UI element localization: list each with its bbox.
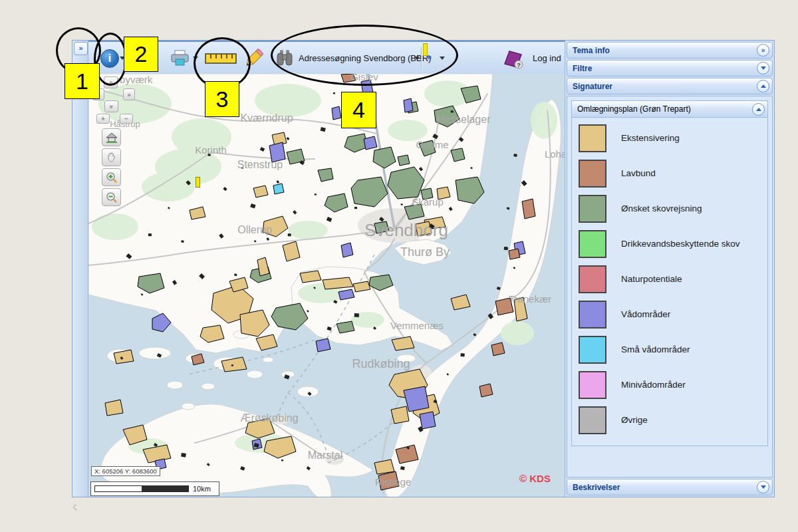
pan-up-button[interactable]: » bbox=[104, 76, 118, 88]
login-book-icon[interactable]: ? bbox=[503, 49, 527, 69]
legend-collapse-button[interactable] bbox=[752, 103, 765, 116]
toolbar-separator bbox=[421, 47, 422, 68]
map-small-polygon bbox=[181, 453, 186, 458]
map-theme-polygon bbox=[398, 155, 410, 166]
scale-bar: 10km bbox=[90, 481, 219, 496]
map-small-polygon bbox=[354, 313, 359, 317]
legend-list: EkstensiveringLavbundØnsket skovrejsning… bbox=[572, 118, 767, 446]
map-theme-polygon bbox=[364, 136, 377, 150]
map-place-label: Kværndrup bbox=[240, 112, 293, 124]
legend-swatch bbox=[579, 265, 606, 293]
home-extent-button[interactable] bbox=[102, 128, 121, 146]
legend-label: Lavbund bbox=[621, 168, 745, 180]
map-place-label: Vemmenæs bbox=[390, 320, 444, 331]
legend-label: Vådområder bbox=[621, 309, 745, 321]
address-search-caret-icon[interactable] bbox=[414, 57, 420, 60]
legend-item: Små vådområder bbox=[579, 336, 762, 364]
zoom-out-button[interactable] bbox=[102, 188, 121, 206]
address-search-dropdown[interactable]: Adressesøgning Svendborg (BBR) bbox=[299, 53, 416, 63]
chevron-up-icon bbox=[756, 108, 761, 111]
annotation-number-4: 4 bbox=[341, 92, 376, 128]
map-small-polygon bbox=[288, 233, 291, 237]
legend-item: Ønsket skovrejsning bbox=[579, 195, 762, 223]
chevron-double-right-icon: » bbox=[761, 47, 765, 54]
info-tool-button[interactable]: i bbox=[100, 49, 119, 68]
map-place-label: Skårup bbox=[412, 196, 444, 207]
legend-label: Øvrige bbox=[621, 415, 745, 426]
legend-item: Minivådområder bbox=[579, 371, 762, 399]
address-search-binoculars-icon[interactable] bbox=[275, 49, 295, 67]
legend-title: Omlægningsplan (Grøn Trepart) bbox=[577, 104, 691, 114]
legend-swatch bbox=[579, 406, 606, 434]
scale-track bbox=[94, 485, 189, 492]
login-button[interactable]: Log ind bbox=[533, 53, 561, 63]
legend-label: Minivådområder bbox=[621, 380, 745, 391]
map-small-polygon bbox=[231, 364, 233, 366]
page: » i bbox=[0, 0, 798, 532]
legend-swatch bbox=[579, 336, 606, 364]
map-theme-polygon bbox=[420, 412, 436, 429]
map-place-label: Ristinge bbox=[375, 476, 411, 487]
print-dropdown-caret-icon[interactable] bbox=[193, 57, 198, 60]
map-viewport[interactable]: BrobyværkHåstrupKværndrupKorinthStenstru… bbox=[88, 74, 565, 497]
panel-header-signaturer[interactable]: Signaturer bbox=[567, 78, 773, 94]
panel-header-tema-info[interactable]: Tema info » bbox=[567, 42, 773, 59]
map-small-polygon bbox=[315, 194, 317, 196]
draw-pencil-icon[interactable] bbox=[243, 47, 265, 70]
map-small-polygon bbox=[333, 92, 335, 94]
map-place-label: Thurø By bbox=[400, 245, 450, 259]
map-small-polygon bbox=[460, 353, 465, 357]
map-place-label: Gudme bbox=[416, 139, 448, 150]
legend-item: Øvrige bbox=[579, 406, 762, 434]
legend-item: Vådområder bbox=[579, 301, 762, 329]
map-place-label: Marstal bbox=[308, 450, 342, 461]
legend-panel-header[interactable]: Omlægningsplan (Grøn Trepart) bbox=[572, 101, 767, 118]
legend-item: Drikkevandsbeskyttende skov bbox=[579, 230, 762, 258]
left-collapsed-panel: » bbox=[72, 41, 88, 497]
tema-info-label: Tema info bbox=[573, 46, 610, 55]
tema-info-expand-button[interactable]: » bbox=[757, 44, 769, 57]
map-theme-polygon bbox=[273, 184, 284, 194]
map-place-label: Ollerup bbox=[237, 224, 272, 235]
zoom-step-in-button[interactable]: + bbox=[96, 114, 110, 124]
map-small-polygon bbox=[504, 247, 508, 250]
signaturer-label: Signaturer bbox=[573, 82, 612, 91]
map-highlight-mark bbox=[196, 177, 200, 188]
zoom-out-magnifier-icon bbox=[106, 192, 118, 203]
legend-item: Ekstensivering bbox=[579, 124, 762, 152]
legend-label: Naturpotentiale bbox=[621, 274, 745, 285]
print-icon[interactable] bbox=[170, 50, 190, 67]
map-place-label: Korinth bbox=[195, 144, 227, 156]
sidebar: Tema info » Filtre Signaturer bbox=[565, 41, 774, 497]
map-theme-polygon bbox=[509, 249, 520, 259]
pan-hand-button[interactable] bbox=[102, 148, 121, 166]
coordinate-readout: X: 605206 Y: 6083600 bbox=[91, 466, 160, 476]
beskrivelser-collapse-button[interactable] bbox=[757, 481, 769, 493]
measure-ruler-icon[interactable] bbox=[205, 53, 237, 65]
chevron-up-icon bbox=[761, 84, 766, 88]
signaturer-collapse-button[interactable] bbox=[757, 80, 769, 92]
svg-text:?: ? bbox=[517, 62, 521, 68]
zoom-step-out-button[interactable]: − bbox=[120, 114, 133, 124]
map-theme-polygon bbox=[332, 106, 341, 120]
filtre-collapse-button[interactable] bbox=[757, 62, 769, 74]
panel-header-filtre[interactable]: Filtre bbox=[567, 60, 773, 76]
pan-down-button[interactable]: » bbox=[104, 100, 118, 112]
map-application-window: » i bbox=[72, 40, 775, 497]
annotation-number-2: 2 bbox=[124, 37, 158, 72]
basemap: BrobyværkHåstrupKværndrupKorinthStenstru… bbox=[88, 74, 565, 497]
more-tools-button[interactable]: » bbox=[427, 52, 432, 62]
legend-label: Ekstensivering bbox=[621, 133, 745, 144]
map-theme-polygon bbox=[404, 98, 413, 112]
map-place-label: Hesselager bbox=[437, 114, 491, 125]
signaturer-content: Omlægningsplan (Grøn Trepart) Ekstensive… bbox=[567, 96, 773, 477]
chevron-down-icon bbox=[761, 66, 766, 70]
legend-item: Lavbund bbox=[579, 160, 762, 188]
legend-label: Ønsket skovrejsning bbox=[621, 203, 745, 215]
expand-left-panel-button[interactable]: » bbox=[74, 42, 88, 55]
map-place-label: Stenstrup bbox=[237, 159, 283, 170]
panel-header-beskrivelser[interactable]: Beskrivelser bbox=[567, 479, 773, 495]
zoom-in-button[interactable] bbox=[102, 168, 121, 186]
pan-right-button[interactable]: » bbox=[123, 88, 135, 100]
more-tools-caret-icon[interactable] bbox=[440, 57, 445, 60]
